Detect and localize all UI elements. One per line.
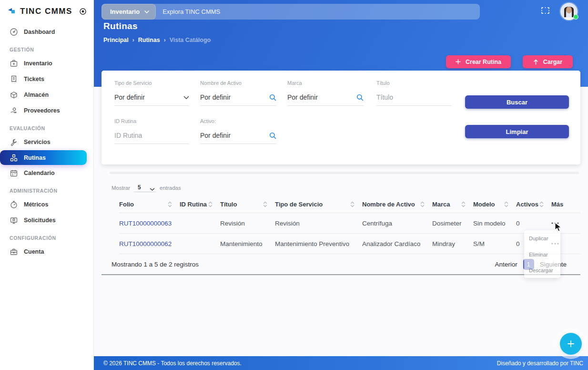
col-id-rutina[interactable]: ID Rutina (180, 201, 220, 208)
sort-icon[interactable] (539, 201, 544, 207)
menu-item-eliminar[interactable]: Eliminar (529, 252, 560, 257)
breadcrumb-principal[interactable]: Principal (103, 37, 129, 43)
records-summary: Mostrando 1 a 5 de 2 registros (112, 261, 199, 268)
clear-button[interactable]: Limpiar (465, 125, 569, 138)
sidebar: TINC CMMS Dashboard GESTIÓN (0, 0, 94, 370)
inventory-icon (10, 59, 24, 68)
logo-row: TINC CMMS (0, 0, 93, 23)
col-folio[interactable]: Folio (119, 201, 180, 208)
create-routine-button[interactable]: Crear Rutina (446, 55, 511, 68)
entries-count-select[interactable]: 5 (134, 184, 156, 192)
footer-credit: Diseñado y desarrollado por TINC (497, 360, 583, 367)
breadcrumb-rutinas[interactable]: Rutinas (138, 37, 160, 43)
col-activos[interactable]: Activos (516, 201, 551, 208)
sidebar-item-label: Almacén (24, 92, 49, 98)
upload-arrow-icon (533, 59, 538, 65)
entries-control: Mostrar 5 entradas (112, 183, 580, 193)
cell-nombre-activo: Analizador Cardíaco (362, 240, 432, 247)
nombre-activo-input[interactable]: Por definir (200, 93, 276, 106)
col-nombre-activo[interactable]: Nombre de Activo (362, 201, 432, 208)
search-context-dropdown[interactable]: Inventario (101, 4, 156, 20)
row-more-button[interactable] (551, 222, 572, 224)
sort-icon[interactable] (350, 201, 355, 207)
col-titulo[interactable]: Título (220, 201, 275, 208)
sidebar-item-calendario[interactable]: Calendario (0, 165, 93, 181)
table-footer: Mostrando 1 a 5 de 2 registros Anterior … (101, 254, 580, 275)
cell-tipo-servicio: Mantenimiento Preventivo (275, 240, 362, 247)
cell-modelo: Sin modelo (473, 220, 516, 227)
breadcrumb-separator-icon: › (164, 37, 166, 43)
search-icon[interactable] (269, 132, 276, 139)
global-search[interactable]: Inventario Explora TINC CMMS (101, 4, 480, 20)
entries-suffix-label: entradas (160, 185, 181, 191)
sidebar-item-rutinas[interactable]: Rutinas (0, 150, 87, 165)
table-row: RUT10000000062 Mantenimiento Mantenimien… (119, 234, 580, 254)
app-window: TINC CMMS Dashboard GESTIÓN (0, 0, 588, 370)
col-mas: Más (551, 201, 572, 208)
sidebar-item-label: Servicios (24, 139, 51, 145)
add-fab-button[interactable] (560, 333, 582, 355)
app-logo-icon (8, 8, 16, 15)
sort-icon[interactable] (263, 201, 267, 207)
sort-icon[interactable] (168, 201, 172, 207)
sidebar-item-cuenta[interactable]: Cuenta (0, 244, 93, 259)
search-icon[interactable] (356, 94, 364, 101)
sidebar-toggle-icon[interactable] (79, 8, 87, 15)
sidebar-item-solicitudes[interactable]: Solicitudes (0, 213, 93, 228)
sidebar-item-proveedores[interactable]: Proveedores (0, 103, 93, 118)
cell-titulo: Mantenimiento (220, 240, 275, 247)
menu-item-duplicar[interactable]: Duplicar (529, 236, 560, 241)
search-placeholder: Explora TINC CMMS (162, 8, 220, 15)
sort-icon[interactable] (461, 201, 466, 207)
marca-input[interactable]: Por definir (287, 93, 364, 106)
col-marca[interactable]: Marca (432, 201, 473, 208)
menu-item-descargar[interactable]: Descargar (529, 267, 560, 273)
wrench-icon (10, 138, 24, 146)
footer-copyright: © 2026 TINC CMMS - Todos los derechos re… (103, 360, 242, 367)
sidebar-item-dashboard[interactable]: Dashboard (0, 24, 93, 40)
sidebar-item-inventario[interactable]: Inventario (0, 56, 93, 71)
sort-icon[interactable] (420, 201, 425, 207)
upload-button[interactable]: Cargar (523, 55, 573, 68)
cell-tipo-servicio: Revisión (275, 220, 362, 227)
row-context-menu: Duplicar Eliminar Descargar (524, 230, 560, 278)
chevron-down-icon (150, 188, 155, 191)
app-title: TINC CMMS (20, 7, 79, 16)
sort-icon[interactable] (504, 201, 508, 207)
sidebar-item-label: Métricos (24, 201, 48, 208)
titulo-input[interactable]: Título (376, 93, 451, 106)
footer: © 2026 TINC CMMS - Todos los derechos re… (94, 356, 588, 370)
search-context-label: Inventario (110, 8, 140, 15)
sidebar-item-almacen[interactable]: Almacén (0, 87, 93, 103)
search-icon[interactable] (269, 94, 276, 101)
sidebar-item-label: Tickets (24, 76, 44, 82)
id-rutina-input[interactable]: ID Rutina (114, 132, 189, 144)
activo-input[interactable]: Por definir (200, 132, 276, 144)
sidebar-item-label: Cuenta (24, 248, 44, 255)
folio-link[interactable]: RUT10000000062 (119, 240, 180, 247)
folio-link[interactable]: RUT10000000063 (119, 220, 180, 227)
tipo-servicio-select[interactable]: Por definir (114, 93, 189, 106)
filter-tipo-de-servicio: Tipo de Servicio Por definir (114, 80, 189, 106)
fullscreen-icon[interactable] (541, 7, 549, 14)
sidebar-item-label: Solicitudes (24, 217, 56, 224)
sort-icon[interactable] (208, 201, 213, 207)
sidebar-item-servicios[interactable]: Servicios (0, 134, 93, 150)
sidebar-section-gestion: GESTIÓN (0, 40, 93, 55)
col-tipo-servicio[interactable]: Tipo de Servicio (275, 201, 362, 208)
sidebar-section-evaluacion: EVALUACIÓN (0, 119, 93, 134)
breadcrumb-current: Vista Catálogo (170, 37, 211, 43)
sidebar-item-metricos[interactable]: Métricos (0, 197, 93, 212)
col-modelo[interactable]: Modelo (473, 201, 516, 208)
sidebar-section-configuracion: CONFIGURACIÓN (0, 228, 93, 244)
chevron-down-icon (144, 10, 149, 13)
pagination-prev[interactable]: Anterior (495, 261, 517, 268)
dashboard-icon (10, 28, 24, 36)
chevron-down-icon (183, 96, 189, 99)
sidebar-item-tickets[interactable]: Tickets (0, 72, 93, 87)
table-row: RUT10000000063 Revisión Revisión Centríf… (119, 213, 580, 234)
sidebar-item-label: Inventario (24, 60, 52, 67)
section-divider (110, 172, 579, 174)
search-button[interactable]: Buscar (465, 95, 569, 109)
requests-icon (10, 216, 24, 225)
